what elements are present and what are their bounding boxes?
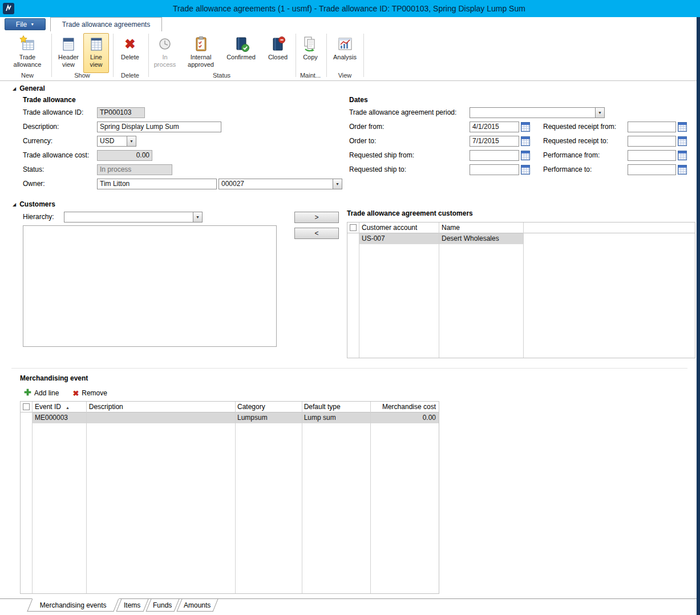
performance-from-calendar-icon[interactable] <box>678 151 687 160</box>
requested-ship-from-calendar-icon[interactable] <box>521 151 530 160</box>
tab-label: Merchandising events <box>40 601 107 609</box>
col-default-type[interactable]: Default type <box>301 402 370 412</box>
analysis-button[interactable]: Analysis <box>329 33 361 73</box>
grid-column-divider <box>235 402 236 593</box>
move-customer-left-button[interactable]: < <box>294 228 339 239</box>
file-menu-button[interactable]: File ▼ <box>5 18 46 30</box>
app-window: Trade allowance agreements (1 - usmf) - … <box>0 0 700 615</box>
order-to-field[interactable]: 7/1/2015 <box>470 136 519 147</box>
analysis-icon <box>336 34 354 54</box>
description-field[interactable]: Spring Display Lump Sum <box>97 122 221 132</box>
internal-approved-button[interactable]: Internal approved <box>182 33 220 73</box>
event-default-type-cell[interactable]: Lump sum <box>301 412 370 423</box>
customers-section-header[interactable]: ◢ Customers <box>13 200 55 209</box>
col-description[interactable]: Description <box>86 402 234 412</box>
internal-approved-icon <box>192 34 210 54</box>
tab-items[interactable]: Items <box>116 599 149 612</box>
owner-id-combobox[interactable]: 000027 ▼ <box>219 179 342 189</box>
hierarchy-dropdown-button[interactable]: ▼ <box>193 212 202 222</box>
hierarchy-value <box>64 212 193 222</box>
move-customer-right-button[interactable]: > <box>294 212 339 223</box>
customer-row[interactable]: US-007 Desert Wholesales <box>347 233 695 244</box>
performance-to-field[interactable] <box>628 164 676 175</box>
requested-receipt-from-label: Requested receipt from: <box>543 122 616 132</box>
copy-button[interactable]: Copy <box>297 33 323 73</box>
select-all-checkbox[interactable] <box>23 403 30 410</box>
remove-button[interactable]: ✖ Remove <box>72 389 107 397</box>
performance-to-calendar-icon[interactable] <box>678 165 687 175</box>
trade-allowance-id-field[interactable]: TP000103 <box>97 107 145 118</box>
add-line-button[interactable]: Add line <box>24 389 59 398</box>
tab-funds[interactable]: Funds <box>146 599 180 612</box>
col-customer-account[interactable]: Customer account <box>359 222 439 233</box>
grid-column-divider <box>523 222 524 358</box>
event-category-cell[interactable]: Lumpsum <box>234 412 301 423</box>
col-customer-name[interactable]: Name <box>439 222 523 233</box>
ribbon-group-delete: Delete <box>116 72 144 79</box>
col-event-id[interactable]: Event ID▲ <box>32 402 86 412</box>
tab-merchandising-events[interactable]: Merchandising events <box>27 598 119 612</box>
copy-label: Copy <box>303 54 318 61</box>
customer-hierarchy-list[interactable] <box>23 225 277 347</box>
requested-receipt-to-field[interactable] <box>628 136 676 147</box>
title-bar: Trade allowance agreements (1 - usmf) - … <box>0 0 700 17</box>
trade-allowance-new-icon <box>18 34 37 54</box>
in-process-icon <box>156 34 174 54</box>
agreement-period-label: Trade allowance agreement period: <box>349 107 456 118</box>
requested-ship-to-calendar-icon[interactable] <box>521 165 530 175</box>
menu-row: File ▼ Trade allowance agreements <box>0 17 700 31</box>
agreement-period-combobox[interactable]: ▼ <box>470 107 605 118</box>
add-line-label: Add line <box>34 389 59 397</box>
requested-ship-to-field[interactable] <box>470 164 519 175</box>
order-from-field[interactable]: 4/1/2015 <box>470 122 519 132</box>
ribbon-separator <box>113 34 114 77</box>
ribbon-separator <box>326 34 327 77</box>
new-trade-allowance-button[interactable]: Trade allowance <box>8 33 47 73</box>
ribbon-separator <box>363 34 364 77</box>
ribbon: Trade allowance Header view Line view ✖ … <box>0 31 700 81</box>
owner-id-dropdown-button[interactable]: ▼ <box>333 179 342 189</box>
section-divider <box>11 368 687 369</box>
requested-ship-from-field[interactable] <box>470 150 519 161</box>
requested-receipt-to-calendar-icon[interactable] <box>678 136 687 146</box>
event-id-cell[interactable]: ME000003 <box>32 412 86 423</box>
agreement-period-dropdown-button[interactable]: ▼ <box>595 108 604 118</box>
general-section-title: General <box>19 84 45 92</box>
sort-asc-icon: ▲ <box>66 406 70 410</box>
event-cost-cell[interactable]: 0.00 <box>369 412 439 423</box>
merch-section-title: Merchandising event <box>20 374 88 382</box>
col-category[interactable]: Category <box>234 402 301 412</box>
tab-amounts[interactable]: Amounts <box>177 599 219 612</box>
owner-name-field[interactable]: Tim Litton <box>97 179 217 189</box>
closed-button[interactable]: Closed <box>264 33 292 73</box>
currency-combobox[interactable]: USD ▼ <box>97 136 136 147</box>
confirmed-label: Confirmed <box>226 54 256 61</box>
confirmed-button[interactable]: Confirmed <box>222 33 260 73</box>
customer-name-cell[interactable]: Desert Wholesales <box>439 233 523 244</box>
status-label: Status: <box>23 164 44 175</box>
performance-from-field[interactable] <box>628 150 676 161</box>
ribbon-separator <box>148 34 149 77</box>
currency-dropdown-button[interactable]: ▼ <box>127 136 136 146</box>
col-merchandise-cost[interactable]: Merchandise cost <box>369 402 439 412</box>
event-description-cell[interactable] <box>86 412 234 423</box>
merch-row-checkbox-cell[interactable] <box>21 412 32 423</box>
grid-column-divider <box>32 402 33 593</box>
delete-button[interactable]: ✖ Delete <box>116 33 144 73</box>
merch-event-row[interactable]: ME000003 Lumpsum Lump sum 0.00 <box>21 412 439 423</box>
order-from-calendar-icon[interactable] <box>521 122 530 132</box>
hierarchy-combobox[interactable]: ▼ <box>64 212 203 222</box>
dropdown-arrow-icon: ▼ <box>130 139 133 143</box>
requested-receipt-from-calendar-icon[interactable] <box>678 122 687 132</box>
remove-icon: ✖ <box>72 390 79 397</box>
order-to-calendar-icon[interactable] <box>521 136 530 146</box>
header-view-button[interactable]: Header view <box>55 33 82 73</box>
customer-account-cell[interactable]: US-007 <box>359 233 439 244</box>
customer-row-checkbox-cell[interactable] <box>347 233 359 244</box>
general-section-header[interactable]: ◢ General <box>13 84 45 93</box>
line-view-button[interactable]: Line view <box>83 33 109 73</box>
customers-select-all-cell <box>347 222 359 233</box>
ribbon-tab-trade-allowance-agreements[interactable]: Trade allowance agreements <box>50 17 162 31</box>
select-all-checkbox[interactable] <box>350 224 357 231</box>
requested-receipt-from-field[interactable] <box>628 122 676 132</box>
